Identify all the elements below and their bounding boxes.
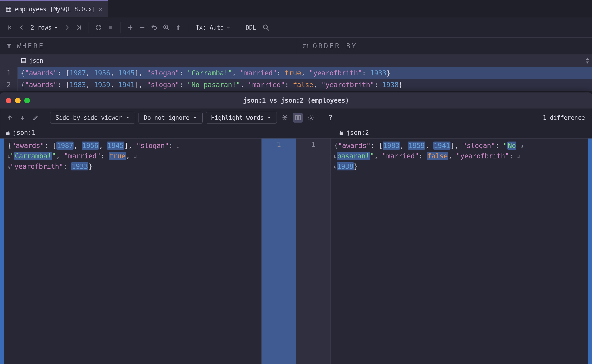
diff-left-pane[interactable]: {"awards": [1987, 1956, 1945], "slogan":… [0,138,261,364]
diff-gutter-left: 1 [261,138,296,364]
diff-count-label: 1 difference [543,114,587,121]
dialog-titlebar[interactable]: json:1 vs json:2 (employees) [0,93,592,109]
tx-mode-dropdown[interactable]: Tx: Auto [192,24,234,31]
table-icon [6,6,12,12]
data-toolbar: 2 rows Tx: Auto DDL [0,17,592,38]
window-minimize-button[interactable] [15,98,20,103]
help-button[interactable]: ? [325,113,335,123]
filter-icon [6,43,13,50]
diff-dialog: json:1 vs json:2 (employees) Side-by-sid… [0,92,592,364]
svg-line-16 [267,28,269,30]
ignore-mode-dropdown[interactable]: Do not ignore [138,112,202,124]
ignore-mode-label: Do not ignore [144,114,189,121]
diff-toolbar: Side-by-side viewer Do not ignore Highli… [0,109,592,127]
row-count-dropdown[interactable]: 2 rows [28,24,60,31]
collapse-unchanged-button[interactable] [280,113,290,123]
svg-line-12 [167,28,169,30]
diff-left-content[interactable]: {"awards": [1987, 1956, 1945], "slogan":… [4,138,261,364]
svg-point-15 [263,25,267,29]
row-number: 2 [0,79,18,91]
preview-pending-button[interactable] [161,22,172,33]
diff-gutters: 1 1 [261,138,331,364]
diff-gutter-right: 1 [296,138,331,364]
column-name: json [29,57,43,64]
first-page-button[interactable] [4,22,15,33]
orderby-label: ORDER BY [313,42,358,50]
edit-button[interactable] [31,113,40,123]
column-sort-button[interactable] [583,58,592,64]
svg-rect-21 [21,58,26,63]
prev-diff-button[interactable] [5,113,15,123]
next-page-button[interactable] [61,22,72,33]
settings-button[interactable] [306,113,316,123]
cell-json[interactable]: {"awards": [1983, 1959, 1941], "slogan":… [18,79,592,91]
reload-button[interactable] [93,22,104,33]
diff-body: {"awards": [1987, 1956, 1945], "slogan":… [0,138,592,364]
highlight-mode-label: Highlight words [211,114,264,121]
row-count-label: 2 rows [31,24,52,31]
chevron-down-icon [226,26,231,30]
chevron-down-icon [267,115,272,120]
ddl-label: DDL [246,24,256,31]
cell-json[interactable]: {"awards": [1987, 1956, 1945], "slogan":… [18,67,592,79]
svg-rect-0 [6,7,11,12]
sync-scroll-button[interactable] [293,113,303,123]
chevron-down-icon [125,115,130,120]
highlight-mode-dropdown[interactable]: Highlight words [206,112,277,124]
table-row[interactable]: 1 {"awards": [1987, 1956, 1945], "slogan… [0,67,592,79]
submit-button[interactable] [173,22,184,33]
ddl-button[interactable]: DDL [242,24,259,31]
table-row[interactable]: 2 {"awards": [1983, 1959, 1941], "slogan… [0,79,592,91]
window-zoom-button[interactable] [24,98,30,103]
filter-bar: WHERE ORDER BY [0,38,592,54]
sort-icon [302,43,309,50]
prev-page-button[interactable] [16,22,27,33]
tab-bar: employees [MySQL 8.0.x] × [0,0,592,17]
chevron-down-icon [193,115,197,120]
viewer-mode-dropdown[interactable]: Side-by-side viewer [50,112,135,124]
row-number: 1 [0,67,18,79]
chevron-down-icon [54,26,58,30]
stop-button[interactable] [105,22,116,33]
svg-point-29 [310,117,312,118]
column-json-icon [21,58,26,63]
grid-header: json [0,54,592,67]
tab-title: employees [MySQL 8.0.x] [15,6,96,13]
editor-tab[interactable]: employees [MySQL 8.0.x] × [0,0,108,17]
diff-change-marker [588,138,592,364]
right-file-label: json:2 [328,127,592,138]
dialog-title: json:1 vs json:2 (employees) [0,97,592,104]
diff-file-bar: json:1 json:2 [0,127,592,138]
window-controls [6,98,30,103]
add-row-button[interactable] [125,22,136,33]
lock-icon [339,130,344,135]
close-tab-icon[interactable]: × [99,5,103,13]
search-button[interactable] [260,22,272,33]
revert-button[interactable] [149,22,160,33]
svg-rect-27 [296,116,297,120]
svg-rect-28 [299,116,300,120]
orderby-filter[interactable]: ORDER BY [296,38,592,54]
where-filter[interactable]: WHERE [0,38,296,54]
last-page-button[interactable] [73,22,85,33]
lock-icon [5,130,10,135]
where-label: WHERE [17,42,44,50]
window-close-button[interactable] [6,98,11,103]
sort-updown-icon [585,58,589,64]
viewer-mode-label: Side-by-side viewer [56,114,122,121]
column-header[interactable]: json [18,54,583,67]
tx-mode-label: Tx: Auto [196,24,224,31]
next-diff-button[interactable] [18,113,27,123]
diff-right-content[interactable]: {"awards": [1983, 1959, 1941], "slogan":… [331,138,588,364]
diff-change-marker [0,138,4,364]
svg-rect-7 [109,26,112,29]
delete-row-button[interactable] [137,22,148,33]
diff-right-pane[interactable]: {"awards": [1983, 1959, 1941], "slogan":… [331,138,592,364]
left-file-label: json:1 [0,127,258,138]
